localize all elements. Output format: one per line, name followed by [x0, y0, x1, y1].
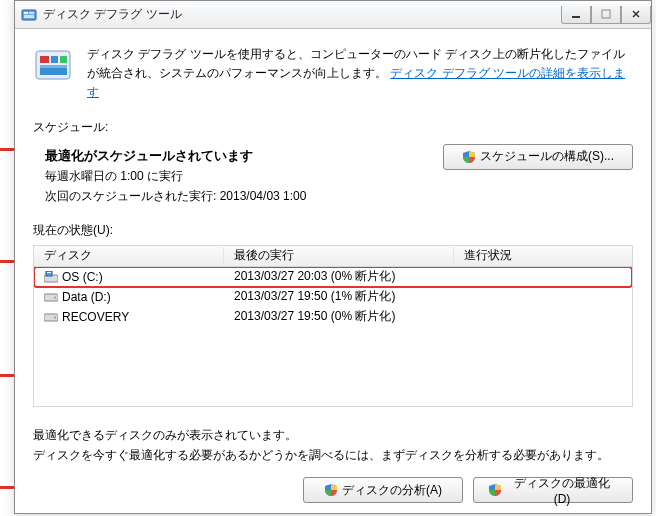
- table-row[interactable]: OS (C:) 2013/03/27 20:03 (0% 断片化): [34, 267, 632, 287]
- window-title: ディスク デフラグ ツール: [43, 6, 182, 23]
- defrag-window: ディスク デフラグ ツール: [14, 0, 652, 514]
- action-buttons: ディスクの分析(A) ディスクの最適化(D): [33, 477, 633, 503]
- hint-block: 最適化できるディスクのみが表示されています。 ディスクを今すぐ最適化する必要があ…: [33, 425, 633, 466]
- table-body: OS (C:) 2013/03/27 20:03 (0% 断片化) Data (…: [33, 267, 633, 407]
- intro-block: ディスク デフラグ ツールを使用すると、コンピューターのハード ディスク上の断片…: [33, 45, 633, 103]
- titlebar: ディスク デフラグ ツール: [15, 1, 651, 29]
- svg-rect-14: [47, 272, 51, 273]
- svg-rect-7: [40, 56, 49, 63]
- svg-rect-9: [60, 56, 67, 63]
- close-button[interactable]: [621, 6, 651, 24]
- optimize-label: ディスクの最適化(D): [506, 475, 618, 506]
- optimize-button[interactable]: ディスクの最適化(D): [473, 477, 633, 503]
- hdd-icon: [44, 311, 58, 323]
- hint-line1: 最適化できるディスクのみが表示されています。: [33, 425, 633, 445]
- window-buttons: [561, 6, 651, 24]
- status-label: 現在の状態(U):: [33, 222, 633, 239]
- svg-rect-1: [24, 12, 28, 14]
- disk-name: RECOVERY: [62, 310, 129, 324]
- app-icon: [21, 7, 37, 23]
- analyze-label: ディスクの分析(A): [342, 482, 442, 499]
- intro-text: ディスク デフラグ ツールを使用すると、コンピューターのハード ディスク上の断片…: [87, 45, 633, 103]
- disk-last-run: 2013/03/27 20:03 (0% 断片化): [234, 268, 395, 285]
- minimize-button[interactable]: [561, 6, 591, 24]
- disk-table: ディスク 最後の実行 進行状況 OS (C:): [33, 245, 633, 407]
- disk-last-run: 2013/03/27 19:50 (1% 断片化): [234, 288, 395, 305]
- configure-schedule-label: スケジュールの構成(S)...: [480, 148, 614, 165]
- col-progress[interactable]: 進行状況: [454, 247, 632, 264]
- defrag-icon: [33, 45, 75, 87]
- svg-point-16: [54, 296, 56, 298]
- schedule-frequency: 毎週水曜日の 1:00 に実行: [45, 168, 443, 185]
- shield-icon: [488, 483, 502, 497]
- analyze-button[interactable]: ディスクの分析(A): [303, 477, 463, 503]
- svg-rect-8: [51, 56, 58, 63]
- schedule-next-run: 次回のスケジュールされた実行: 2013/04/03 1:00: [45, 188, 443, 205]
- disk-name: Data (D:): [62, 290, 111, 304]
- schedule-block: 最適化がスケジュールされています 毎週水曜日の 1:00 に実行 次回のスケジュ…: [33, 144, 633, 208]
- col-disk[interactable]: ディスク: [34, 247, 224, 264]
- hdd-icon: [44, 291, 58, 303]
- client-area: ディスク デフラグ ツールを使用すると、コンピューターのハード ディスク上の断片…: [15, 29, 651, 516]
- svg-rect-3: [24, 15, 34, 18]
- svg-point-18: [54, 316, 56, 318]
- schedule-status: 最適化がスケジュールされています: [45, 147, 443, 165]
- maximize-button: [591, 6, 621, 24]
- schedule-info: 最適化がスケジュールされています 毎週水曜日の 1:00 に実行 次回のスケジュ…: [33, 144, 443, 208]
- table-header: ディスク 最後の実行 進行状況: [33, 245, 633, 267]
- svg-rect-2: [29, 12, 34, 14]
- svg-rect-11: [40, 65, 67, 68]
- disk-name: OS (C:): [62, 270, 103, 284]
- os-disk-icon: [44, 271, 58, 283]
- table-row[interactable]: RECOVERY 2013/03/27 19:50 (0% 断片化): [34, 307, 632, 327]
- svg-rect-13: [46, 271, 52, 276]
- shield-icon: [462, 150, 476, 164]
- svg-rect-5: [602, 10, 610, 18]
- shield-icon: [324, 483, 338, 497]
- disk-last-run: 2013/03/27 19:50 (0% 断片化): [234, 308, 395, 325]
- col-last-run[interactable]: 最後の実行: [224, 247, 454, 264]
- configure-schedule-button[interactable]: スケジュールの構成(S)...: [443, 144, 633, 170]
- hint-line2: ディスクを今すぐ最適化する必要があるかどうかを調べるには、まずディスクを分析する…: [33, 445, 633, 465]
- table-row[interactable]: Data (D:) 2013/03/27 19:50 (1% 断片化): [34, 287, 632, 307]
- schedule-label: スケジュール:: [33, 119, 633, 136]
- svg-rect-4: [572, 16, 580, 18]
